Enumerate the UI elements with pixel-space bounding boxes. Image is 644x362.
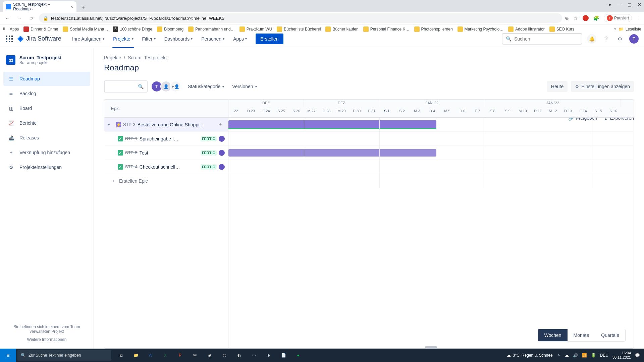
new-tab-button[interactable]: + xyxy=(78,3,88,12)
sidebar-item-add-link[interactable]: ＋Verknüpfung hinzufügen xyxy=(3,145,90,160)
start-button[interactable]: ⊞ xyxy=(0,349,16,362)
extensions-icon[interactable]: 🧩 xyxy=(593,15,599,21)
story-row[interactable]: ✓ STP-4 Checkout schnell… FERTIG xyxy=(104,160,228,174)
create-button[interactable]: Erstellen xyxy=(256,34,283,44)
forward-button[interactable]: → xyxy=(15,13,24,23)
story-bar[interactable] xyxy=(228,149,436,157)
wifi-icon[interactable]: 📶 xyxy=(582,353,587,358)
app-switcher-icon[interactable] xyxy=(5,35,13,43)
bookmarks-overflow[interactable]: » 📁 Leseliste xyxy=(614,27,641,32)
help-icon[interactable]: ❔ xyxy=(601,34,610,44)
explorer-icon[interactable]: 📁 xyxy=(129,349,143,362)
assignee-filter[interactable]: T 👤 +👤 xyxy=(153,81,181,92)
nav-apps[interactable]: Apps▾ xyxy=(230,29,250,48)
timeline-row-story[interactable] xyxy=(228,160,634,174)
reload-button[interactable]: ⟳ xyxy=(27,13,36,23)
bookmark-item[interactable]: Bücher kaufen xyxy=(325,26,358,32)
issue-key[interactable]: STP-1 xyxy=(125,136,138,141)
minimize-icon[interactable]: — xyxy=(617,2,622,7)
footer-link[interactable]: Weitere Informationen xyxy=(7,337,87,342)
back-button[interactable]: ← xyxy=(3,13,12,23)
breadcrumb-projects[interactable]: Projekte xyxy=(104,55,121,60)
maximize-icon[interactable]: ▢ xyxy=(628,2,632,7)
notifications-icon[interactable]: 💬 xyxy=(635,353,640,358)
issue-summary[interactable]: Checkout schnell… xyxy=(140,164,199,170)
assignee-avatar[interactable] xyxy=(219,164,225,170)
nav-dashboards[interactable]: Dashboards▾ xyxy=(161,29,196,48)
sidebar-item-roadmap[interactable]: ☰Roadmap xyxy=(3,72,90,86)
close-window-icon[interactable]: ✕ xyxy=(638,2,641,7)
excel-icon[interactable]: X xyxy=(158,349,172,362)
sidebar-item-project-settings[interactable]: ⚙Projekteinstellungen xyxy=(3,160,90,174)
timeline-panel[interactable]: DEZDEZJAN '22JAN '22 22D 23F 24S 25S 26M… xyxy=(228,100,634,348)
notifications-icon[interactable]: 🔔 xyxy=(587,34,596,44)
edge-icon[interactable]: e xyxy=(262,349,276,362)
horizontal-drag-handle[interactable] xyxy=(425,346,437,348)
versions-filter[interactable]: Versionen▾ xyxy=(231,82,258,91)
bookmark-item[interactable]: Photoshop lernen xyxy=(414,26,453,32)
search-input[interactable] xyxy=(514,36,578,42)
timeline-row-story[interactable] xyxy=(228,132,634,146)
mail-icon[interactable]: ✉ xyxy=(188,349,202,362)
global-search[interactable]: 🔍 xyxy=(502,33,582,45)
menu-icon[interactable]: ⋮ xyxy=(637,15,641,21)
clock[interactable]: 16:04 30.11.2021 xyxy=(612,351,631,360)
bookmark-item[interactable]: SEO Kurs xyxy=(549,26,574,32)
roadmap-search[interactable]: 🔍 xyxy=(104,80,148,93)
timeline-row-epic[interactable] xyxy=(228,118,634,132)
nav-people[interactable]: Personen▾ xyxy=(198,29,228,48)
sidebar-item-reports[interactable]: 📈Berichte xyxy=(3,116,90,130)
extension-ab-icon[interactable] xyxy=(583,15,589,21)
show-settings-button[interactable]: ⚙Einstellungen anzeigen xyxy=(571,81,634,92)
add-child-icon[interactable]: ＋ xyxy=(218,121,225,128)
story-row[interactable]: ✓ STP-1 Spracheingabe f… FERTIG xyxy=(104,132,228,146)
settings-gear-icon[interactable]: ⚙ xyxy=(615,34,625,44)
assignee-avatar[interactable] xyxy=(219,150,225,156)
breadcrumb-project[interactable]: Scrum_Testprojekt xyxy=(128,55,167,60)
spotify-icon[interactable]: ● xyxy=(291,349,305,362)
project-header[interactable]: ▦ Scrum_Testprojekt Softwareprojekt xyxy=(3,55,90,72)
chrome-icon[interactable]: ◉ xyxy=(203,349,217,362)
battery-icon[interactable]: 🔋 xyxy=(591,353,596,358)
timeline-row-story[interactable] xyxy=(228,146,634,160)
issue-key[interactable]: STP-4 xyxy=(125,164,138,169)
sidebar-item-board[interactable]: ▥Board xyxy=(3,101,90,115)
timeline-body[interactable] xyxy=(228,118,634,188)
account-dot-icon[interactable]: ● xyxy=(608,2,611,7)
app-icon[interactable]: ◐ xyxy=(232,349,246,362)
zoom-months[interactable]: Monate xyxy=(568,329,595,341)
language-indicator[interactable]: DEU xyxy=(600,353,608,358)
bookmark-item[interactable]: Personal Finance K… xyxy=(363,26,410,32)
powerpoint-icon[interactable]: P xyxy=(173,349,187,362)
weather-widget[interactable]: ☁ 3°C Regen u. Schnee xyxy=(507,353,553,358)
obs-icon[interactable]: ◎ xyxy=(217,349,231,362)
profile-avatar[interactable]: T xyxy=(629,34,639,44)
close-tab-icon[interactable]: × xyxy=(70,4,73,9)
tray-chevron-icon[interactable]: ＾ xyxy=(557,353,561,358)
word-icon[interactable]: W xyxy=(144,349,158,362)
issue-summary[interactable]: Bestellvorgang Online Shoppi… xyxy=(138,122,216,127)
assignee-avatar[interactable] xyxy=(219,136,225,142)
issue-key[interactable]: STP-5 xyxy=(125,150,138,155)
collapse-icon[interactable]: ▾ xyxy=(108,122,114,128)
notepad-icon[interactable]: 📄 xyxy=(276,349,290,362)
nav-your-work[interactable]: Ihre Aufgaben▾ xyxy=(69,29,108,48)
zoom-weeks[interactable]: Wochen xyxy=(538,329,567,341)
bookmark-item[interactable]: Marketing Psycholo… xyxy=(458,26,504,32)
zoom-quarters[interactable]: Quartale xyxy=(595,329,625,341)
nav-filters[interactable]: Filter▾ xyxy=(139,29,159,48)
bookmark-item[interactable]: Adobe Illustrator xyxy=(508,26,544,32)
windows-search[interactable]: 🔍 Zur Suche Text hier eingeben xyxy=(17,350,111,361)
status-category-filter[interactable]: Statuskategorie▾ xyxy=(186,82,225,91)
star-icon[interactable]: ☆ xyxy=(574,15,578,21)
bookmark-apps[interactable]: ⠿Apps xyxy=(3,26,19,32)
epic-bar[interactable] xyxy=(228,120,436,129)
nav-projects[interactable]: Projekte▾ xyxy=(110,29,137,48)
bookmark-item[interactable]: Dinner & Crime xyxy=(23,26,58,32)
today-button[interactable]: Heute xyxy=(547,81,568,92)
app-icon[interactable]: ▭ xyxy=(247,349,261,362)
create-epic-button[interactable]: ＋Erstellen Epic xyxy=(104,174,228,188)
zoom-icon[interactable]: ⊕ xyxy=(565,15,569,21)
volume-icon[interactable]: 🔊 xyxy=(573,353,578,358)
jira-logo[interactable]: Jira Software xyxy=(17,35,61,43)
